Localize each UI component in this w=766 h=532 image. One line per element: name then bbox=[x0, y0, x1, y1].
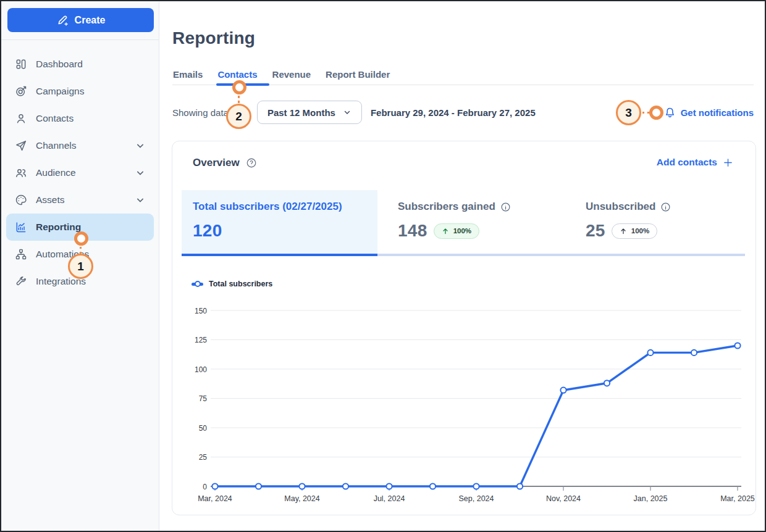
page-title: Reporting bbox=[172, 28, 255, 48]
callout-number-3: 3 bbox=[616, 100, 641, 125]
sidebar-item-label: Campaigns bbox=[36, 86, 84, 97]
svg-text:100: 100 bbox=[195, 365, 207, 374]
svg-text:Sep, 2024: Sep, 2024 bbox=[459, 494, 494, 503]
add-contacts-label: Add contacts bbox=[657, 157, 717, 168]
sidebar-item-contacts[interactable]: Contacts bbox=[6, 105, 154, 132]
channels-icon bbox=[15, 139, 27, 152]
callout-number-text: 3 bbox=[625, 106, 632, 120]
callout-number-1: 1 bbox=[68, 254, 93, 279]
sidebar-item-channels[interactable]: Channels bbox=[6, 132, 154, 159]
overview-title-row: Overview bbox=[193, 157, 257, 169]
info-icon[interactable] bbox=[500, 202, 511, 212]
stat-label-text: Unsubscribed bbox=[586, 201, 655, 213]
arrow-up-icon bbox=[620, 227, 627, 235]
sidebar-item-label: Assets bbox=[36, 194, 65, 206]
stat-tabs: Total subscribers (02/27/2025) 120 Subsc… bbox=[182, 190, 745, 254]
stat-total-subscribers[interactable]: Total subscribers (02/27/2025) 120 bbox=[182, 190, 377, 254]
date-range-select[interactable]: Past 12 Months bbox=[257, 101, 362, 124]
callout-ring-3 bbox=[649, 106, 663, 120]
filter-bar: Showing data Past 12 Months February 29,… bbox=[172, 101, 754, 124]
callout-number-text: 1 bbox=[77, 260, 84, 273]
get-notifications-label: Get notifications bbox=[681, 107, 754, 118]
svg-text:150: 150 bbox=[195, 307, 207, 315]
contacts-icon bbox=[15, 112, 27, 125]
stat-label: Unsubscribed bbox=[586, 201, 740, 213]
stat-subscribers-gained[interactable]: Subscribers gained 148 100% bbox=[398, 190, 577, 254]
sidebar-item-label: Audience bbox=[36, 167, 76, 178]
change-badge-positive: 100% bbox=[434, 223, 479, 239]
get-notifications-link[interactable]: Get notifications bbox=[663, 106, 754, 119]
tab-emails[interactable]: Emails bbox=[173, 69, 203, 80]
arrow-up-icon bbox=[442, 227, 449, 235]
chevron-down-icon bbox=[134, 167, 146, 179]
svg-text:Mar, 2025: Mar, 2025 bbox=[720, 494, 755, 503]
sidebar-item-label: Contacts bbox=[36, 113, 74, 124]
stat-value: 148 bbox=[398, 221, 427, 241]
sidebar-item-audience[interactable]: Audience bbox=[6, 159, 154, 186]
stat-value: 25 bbox=[586, 221, 605, 241]
stat-unsubscribed[interactable]: Unsubscribed 25 100% bbox=[586, 190, 740, 254]
chevron-down-icon bbox=[134, 139, 146, 152]
svg-text:0: 0 bbox=[203, 483, 207, 491]
callout-number-2: 2 bbox=[226, 104, 251, 129]
audience-icon bbox=[15, 167, 27, 179]
pencil-plus-icon bbox=[56, 14, 69, 27]
add-contacts-button[interactable]: Add contacts bbox=[657, 157, 733, 168]
svg-text:May, 2024: May, 2024 bbox=[284, 494, 319, 503]
total-subscribers-line-chart: 0255075100125150Mar, 2024May, 2024Jul, 2… bbox=[185, 303, 751, 513]
report-tabs: Emails Contacts Revenue Report Builder bbox=[173, 69, 390, 80]
date-range-text: February 29, 2024 - February 27, 2025 bbox=[371, 107, 536, 118]
sidebar-divider bbox=[1, 39, 159, 40]
line-series-marker-icon bbox=[192, 283, 203, 286]
callout-number-text: 2 bbox=[235, 110, 242, 123]
showing-data-label: Showing data bbox=[172, 107, 229, 118]
stat-value-row: 120 bbox=[193, 221, 366, 241]
dashboard-icon bbox=[15, 58, 27, 70]
svg-text:Nov, 2024: Nov, 2024 bbox=[546, 494, 581, 503]
help-icon[interactable] bbox=[246, 157, 257, 168]
svg-text:Mar, 2024: Mar, 2024 bbox=[198, 494, 232, 503]
stat-label-text: Subscribers gained bbox=[398, 201, 495, 213]
overview-title: Overview bbox=[193, 157, 240, 169]
tab-contacts[interactable]: Contacts bbox=[217, 69, 257, 80]
chevron-down-icon bbox=[343, 108, 351, 117]
callout-ring-1 bbox=[74, 231, 88, 246]
campaigns-icon bbox=[15, 85, 27, 98]
stat-value-row: 148 100% bbox=[398, 221, 577, 241]
stat-tabs-active-underline bbox=[182, 254, 377, 256]
stat-value-row: 25 100% bbox=[586, 221, 740, 241]
change-badge-text: 100% bbox=[631, 227, 649, 235]
chart-legend: Total subscribers bbox=[192, 280, 272, 288]
plus-icon bbox=[723, 157, 733, 168]
app-window: Create Dashboard Campaigns Contacts bbox=[0, 0, 766, 532]
info-icon[interactable] bbox=[660, 202, 671, 212]
reporting-icon bbox=[15, 221, 27, 233]
sidebar-item-label: Channels bbox=[36, 140, 77, 151]
sidebar-item-dashboard[interactable]: Dashboard bbox=[6, 51, 154, 78]
svg-text:125: 125 bbox=[195, 336, 207, 344]
svg-text:75: 75 bbox=[199, 394, 208, 403]
bell-icon bbox=[663, 106, 676, 119]
stat-label: Total subscribers (02/27/2025) bbox=[193, 201, 366, 213]
sidebar-item-label: Dashboard bbox=[36, 59, 83, 70]
automations-icon bbox=[15, 248, 27, 260]
callout-ring-2 bbox=[232, 80, 246, 94]
tab-revenue[interactable]: Revenue bbox=[272, 69, 311, 80]
callout-connector-2 bbox=[238, 96, 240, 103]
change-badge-text: 100% bbox=[453, 227, 471, 235]
create-button-label: Create bbox=[75, 15, 106, 26]
create-button[interactable]: Create bbox=[7, 8, 154, 32]
svg-text:25: 25 bbox=[199, 453, 208, 462]
svg-text:Jan, 2025: Jan, 2025 bbox=[634, 494, 668, 503]
date-range-select-value: Past 12 Months bbox=[267, 107, 335, 118]
chevron-down-icon bbox=[134, 194, 146, 206]
sidebar-item-campaigns[interactable]: Campaigns bbox=[6, 78, 154, 105]
tab-report-builder[interactable]: Report Builder bbox=[326, 69, 390, 80]
sidebar-item-label: Reporting bbox=[36, 222, 81, 233]
sidebar-item-assets[interactable]: Assets bbox=[6, 186, 154, 214]
stat-label: Subscribers gained bbox=[398, 201, 577, 213]
integrations-icon bbox=[15, 275, 27, 288]
svg-text:Jul, 2024: Jul, 2024 bbox=[374, 494, 405, 503]
stat-label-text: Total subscribers (02/27/2025) bbox=[193, 201, 342, 213]
overview-card: Overview Add contacts Total subscribers … bbox=[172, 141, 756, 515]
